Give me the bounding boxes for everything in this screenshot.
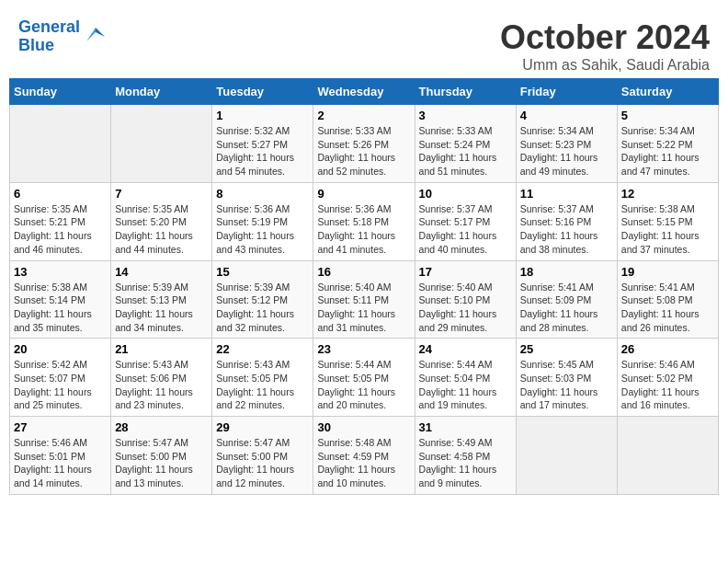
day-number: 11	[520, 187, 613, 201]
day-number: 2	[317, 109, 410, 122]
day-info: Sunrise: 5:47 AM Sunset: 5:00 PM Dayligh…	[216, 436, 309, 490]
day-number: 14	[115, 265, 208, 279]
day-number: 26	[621, 342, 714, 356]
day-info: Sunrise: 5:33 AM Sunset: 5:26 PM Dayligh…	[317, 124, 410, 178]
day-info: Sunrise: 5:36 AM Sunset: 5:19 PM Dayligh…	[216, 202, 309, 257]
calendar-cell: 12Sunrise: 5:38 AM Sunset: 5:15 PM Dayli…	[617, 182, 718, 260]
day-info: Sunrise: 5:38 AM Sunset: 5:14 PM Dayligh…	[14, 281, 107, 335]
day-info: Sunrise: 5:48 AM Sunset: 4:59 PM Dayligh…	[317, 436, 410, 490]
day-number: 22	[216, 342, 309, 356]
logo-icon	[82, 23, 109, 51]
day-number: 29	[216, 420, 309, 434]
weekday-header-saturday: Saturday	[617, 79, 718, 105]
day-number: 5	[621, 109, 714, 122]
day-info: Sunrise: 5:34 AM Sunset: 5:23 PM Dayligh…	[520, 124, 613, 178]
day-number: 3	[419, 109, 512, 122]
day-info: Sunrise: 5:33 AM Sunset: 5:24 PM Dayligh…	[419, 124, 512, 178]
calendar-cell: 23Sunrise: 5:44 AM Sunset: 5:05 PM Dayli…	[313, 339, 415, 417]
weekday-header-thursday: Thursday	[415, 79, 516, 105]
title-block: October 2024 Umm as Sahik, Saudi Arabia	[500, 18, 710, 74]
day-number: 25	[520, 342, 613, 356]
calendar-cell: 11Sunrise: 5:37 AM Sunset: 5:16 PM Dayli…	[516, 182, 617, 260]
calendar-cell: 3Sunrise: 5:33 AM Sunset: 5:24 PM Daylig…	[415, 105, 516, 183]
day-number: 23	[317, 342, 410, 356]
calendar-cell: 2Sunrise: 5:33 AM Sunset: 5:26 PM Daylig…	[313, 105, 415, 183]
day-info: Sunrise: 5:39 AM Sunset: 5:13 PM Dayligh…	[115, 281, 208, 335]
day-number: 27	[14, 420, 107, 434]
day-info: Sunrise: 5:41 AM Sunset: 5:09 PM Dayligh…	[520, 281, 613, 335]
day-number: 31	[419, 420, 512, 434]
weekday-header-wednesday: Wednesday	[313, 79, 415, 105]
day-number: 16	[317, 265, 410, 279]
day-info: Sunrise: 5:46 AM Sunset: 5:01 PM Dayligh…	[14, 436, 107, 490]
day-info: Sunrise: 5:40 AM Sunset: 5:11 PM Dayligh…	[317, 281, 410, 335]
calendar-cell: 19Sunrise: 5:41 AM Sunset: 5:08 PM Dayli…	[617, 260, 718, 339]
day-number: 21	[115, 342, 208, 356]
weekday-header-sunday: Sunday	[10, 79, 111, 105]
calendar-cell	[10, 105, 111, 183]
calendar-cell: 4Sunrise: 5:34 AM Sunset: 5:23 PM Daylig…	[516, 105, 617, 183]
day-number: 12	[621, 187, 714, 201]
weekday-header-monday: Monday	[111, 79, 212, 105]
day-info: Sunrise: 5:35 AM Sunset: 5:21 PM Dayligh…	[14, 202, 107, 257]
day-number: 17	[419, 265, 512, 279]
weekday-header-friday: Friday	[516, 79, 617, 105]
header-row: SundayMondayTuesdayWednesdayThursdayFrid…	[10, 79, 719, 105]
day-number: 28	[115, 420, 208, 434]
day-number: 19	[621, 265, 714, 279]
day-info: Sunrise: 5:34 AM Sunset: 5:22 PM Dayligh…	[621, 124, 714, 178]
day-number: 18	[520, 265, 613, 279]
day-info: Sunrise: 5:40 AM Sunset: 5:10 PM Dayligh…	[419, 281, 512, 335]
calendar-cell: 15Sunrise: 5:39 AM Sunset: 5:12 PM Dayli…	[212, 260, 313, 339]
day-info: Sunrise: 5:39 AM Sunset: 5:12 PM Dayligh…	[216, 281, 309, 335]
calendar-week-5: 27Sunrise: 5:46 AM Sunset: 5:01 PM Dayli…	[10, 417, 719, 495]
day-info: Sunrise: 5:37 AM Sunset: 5:17 PM Dayligh…	[419, 202, 512, 257]
day-number: 4	[520, 109, 613, 122]
calendar-cell: 20Sunrise: 5:42 AM Sunset: 5:07 PM Dayli…	[10, 339, 111, 417]
day-number: 1	[216, 109, 309, 122]
calendar-week-3: 13Sunrise: 5:38 AM Sunset: 5:14 PM Dayli…	[10, 260, 719, 339]
calendar-cell: 13Sunrise: 5:38 AM Sunset: 5:14 PM Dayli…	[10, 260, 111, 339]
calendar-cell	[516, 417, 617, 495]
calendar-cell: 27Sunrise: 5:46 AM Sunset: 5:01 PM Dayli…	[10, 417, 111, 495]
day-number: 8	[216, 187, 309, 201]
day-number: 10	[419, 187, 512, 201]
logo-text: General Blue	[18, 18, 80, 55]
weekday-header-tuesday: Tuesday	[212, 79, 313, 105]
day-number: 20	[14, 342, 107, 356]
day-number: 30	[317, 420, 410, 434]
calendar-cell: 9Sunrise: 5:36 AM Sunset: 5:18 PM Daylig…	[313, 182, 415, 260]
day-number: 24	[419, 342, 512, 356]
logo-blue: Blue	[18, 36, 54, 54]
day-number: 7	[115, 187, 208, 201]
day-info: Sunrise: 5:47 AM Sunset: 5:00 PM Dayligh…	[115, 436, 208, 490]
calendar-cell	[111, 105, 212, 183]
day-info: Sunrise: 5:45 AM Sunset: 5:03 PM Dayligh…	[520, 358, 613, 412]
calendar-cell: 29Sunrise: 5:47 AM Sunset: 5:00 PM Dayli…	[212, 417, 313, 495]
calendar-cell: 5Sunrise: 5:34 AM Sunset: 5:22 PM Daylig…	[617, 105, 718, 183]
page-header: General Blue October 2024 Umm as Sahik, …	[9, 9, 719, 78]
day-info: Sunrise: 5:36 AM Sunset: 5:18 PM Dayligh…	[317, 202, 410, 257]
day-info: Sunrise: 5:38 AM Sunset: 5:15 PM Dayligh…	[621, 202, 714, 257]
calendar-cell: 17Sunrise: 5:40 AM Sunset: 5:10 PM Dayli…	[415, 260, 516, 339]
calendar-cell: 6Sunrise: 5:35 AM Sunset: 5:21 PM Daylig…	[10, 182, 111, 260]
calendar-cell: 8Sunrise: 5:36 AM Sunset: 5:19 PM Daylig…	[212, 182, 313, 260]
day-info: Sunrise: 5:41 AM Sunset: 5:08 PM Dayligh…	[621, 281, 714, 335]
location-title: Umm as Sahik, Saudi Arabia	[500, 57, 710, 74]
day-info: Sunrise: 5:49 AM Sunset: 4:58 PM Dayligh…	[419, 436, 512, 490]
calendar-cell: 24Sunrise: 5:44 AM Sunset: 5:04 PM Dayli…	[415, 339, 516, 417]
calendar-cell: 21Sunrise: 5:43 AM Sunset: 5:06 PM Dayli…	[111, 339, 212, 417]
logo: General Blue	[18, 18, 109, 55]
calendar-cell: 1Sunrise: 5:32 AM Sunset: 5:27 PM Daylig…	[212, 105, 313, 183]
calendar-table: SundayMondayTuesdayWednesdayThursdayFrid…	[9, 78, 719, 495]
calendar-week-4: 20Sunrise: 5:42 AM Sunset: 5:07 PM Dayli…	[10, 339, 719, 417]
calendar-cell: 16Sunrise: 5:40 AM Sunset: 5:11 PM Dayli…	[313, 260, 415, 339]
day-number: 9	[317, 187, 410, 201]
calendar-cell: 22Sunrise: 5:43 AM Sunset: 5:05 PM Dayli…	[212, 339, 313, 417]
day-info: Sunrise: 5:44 AM Sunset: 5:05 PM Dayligh…	[317, 358, 410, 412]
calendar-cell	[617, 417, 718, 495]
calendar-cell: 18Sunrise: 5:41 AM Sunset: 5:09 PM Dayli…	[516, 260, 617, 339]
day-number: 15	[216, 265, 309, 279]
calendar-cell: 14Sunrise: 5:39 AM Sunset: 5:13 PM Dayli…	[111, 260, 212, 339]
day-info: Sunrise: 5:42 AM Sunset: 5:07 PM Dayligh…	[14, 358, 107, 412]
